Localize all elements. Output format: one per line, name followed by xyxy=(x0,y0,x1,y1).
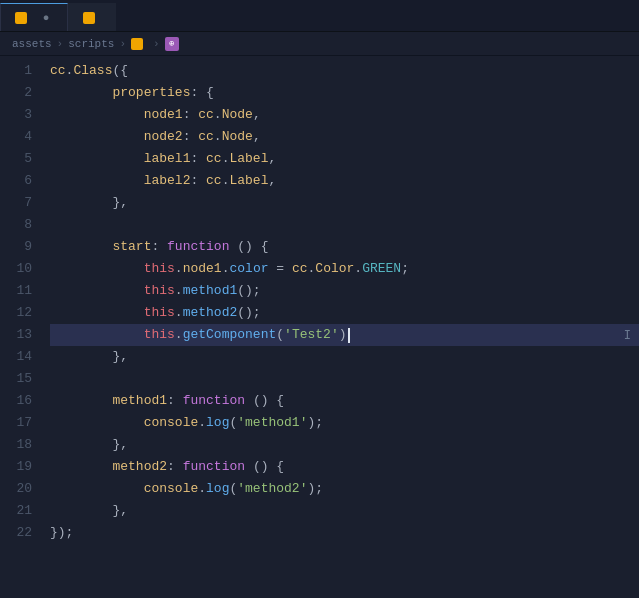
cursor-indicator: 𝙸 xyxy=(624,324,631,346)
tab-test1[interactable]: ● xyxy=(0,3,68,31)
code-line-6: label2: cc.Label, xyxy=(50,170,639,192)
breadcrumb-sep1: › xyxy=(57,38,64,50)
code-line-17: console.log('method1'); xyxy=(50,412,639,434)
tab-icon-test1 xyxy=(15,12,27,24)
breadcrumb-file-icon xyxy=(131,38,143,50)
code-line-12: this.method2(); xyxy=(50,302,639,324)
code-line-1: cc.Class({ xyxy=(50,60,639,82)
code-line-9: start: function () { xyxy=(50,236,639,258)
code-line-21: }, xyxy=(50,500,639,522)
breadcrumb: assets › scripts › › ⊕ xyxy=(0,32,639,56)
editor-body[interactable]: 1 2 3 4 5 6 7 8 9 10 11 12 13 14 15 16 1… xyxy=(0,56,639,598)
code-line-22: }); xyxy=(50,522,639,544)
tab-test2[interactable] xyxy=(68,3,116,31)
code-line-18: }, xyxy=(50,434,639,456)
breadcrumb-assets[interactable]: assets xyxy=(12,38,52,50)
code-line-7: }, xyxy=(50,192,639,214)
code-line-5: label1: cc.Label, xyxy=(50,148,639,170)
breadcrumb-sep2: › xyxy=(119,38,126,50)
line-numbers: 1 2 3 4 5 6 7 8 9 10 11 12 13 14 15 16 1… xyxy=(0,56,44,598)
code-line-3: node1: cc.Node, xyxy=(50,104,639,126)
code-line-2: properties: { xyxy=(50,82,639,104)
code-line-14: }, xyxy=(50,346,639,368)
code-area[interactable]: cc.Class({ properties: { node1: cc.Node,… xyxy=(44,56,639,598)
code-line-11: this.method1(); xyxy=(50,280,639,302)
breadcrumb-func-icon: ⊕ xyxy=(165,37,179,51)
code-line-19: method2: function () { xyxy=(50,456,639,478)
code-line-10: this.node1.color = cc.Color.GREEN; xyxy=(50,258,639,280)
tab-close-test1[interactable]: ● xyxy=(39,11,53,25)
code-line-15 xyxy=(50,368,639,390)
breadcrumb-sep3: › xyxy=(153,38,160,50)
code-line-8 xyxy=(50,214,639,236)
tab-bar: ● xyxy=(0,0,639,32)
code-line-4: node2: cc.Node, xyxy=(50,126,639,148)
code-line-13: this.getComponent('Test2') 𝙸 xyxy=(50,324,639,346)
tab-icon-test2 xyxy=(83,12,95,24)
breadcrumb-scripts[interactable]: scripts xyxy=(68,38,114,50)
code-line-16: method1: function () { xyxy=(50,390,639,412)
editor-root: ● assets › scripts › › ⊕ 1 2 3 4 5 6 7 8… xyxy=(0,0,639,598)
code-line-20: console.log('method2'); xyxy=(50,478,639,500)
